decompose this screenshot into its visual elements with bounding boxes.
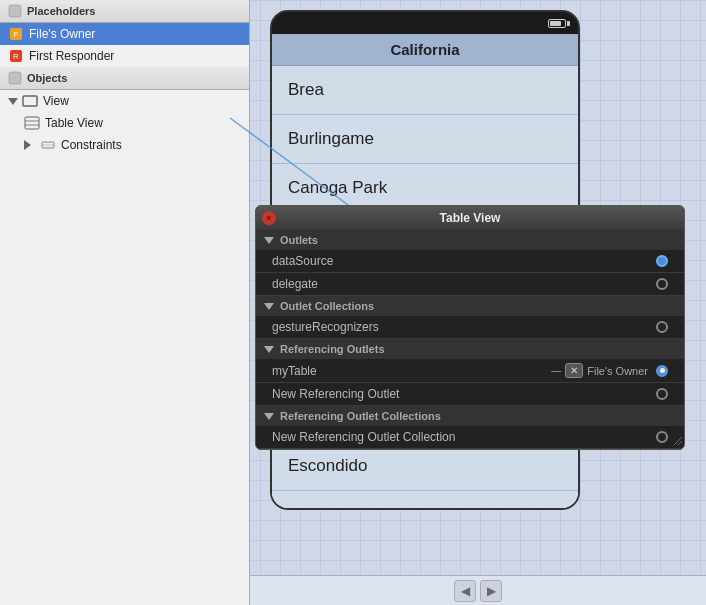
constraints-expand-icon (24, 140, 36, 150)
popup-title: Table View (440, 211, 501, 225)
svg-rect-7 (25, 117, 39, 129)
ios-nav-bar: California (272, 34, 578, 66)
files-owner-badge: ✕ (565, 363, 583, 378)
battery-indicator (548, 19, 570, 28)
ios-nav-title: California (390, 41, 459, 58)
view-label: View (43, 94, 69, 108)
new-referencing-outlet-collection-label: New Referencing Outlet Collection (272, 430, 656, 444)
svg-rect-5 (9, 72, 21, 84)
outlet-collections-section: Outlet Collections (256, 296, 684, 316)
list-item: Brea (272, 66, 578, 115)
referencing-outlets-label: Referencing Outlets (280, 343, 385, 355)
first-responder-icon: R (8, 48, 24, 64)
first-responder-item[interactable]: R First Responder (0, 45, 249, 67)
outlet-collections-triangle-icon (264, 303, 274, 310)
referencing-outlet-collections-section: Referencing Outlet Collections (256, 406, 684, 426)
files-owner-icon: F (8, 26, 24, 42)
gesture-recognizers-connector[interactable] (656, 321, 668, 333)
svg-line-13 (674, 437, 682, 445)
view-expand-icon (8, 98, 18, 105)
data-source-connector[interactable] (656, 255, 668, 267)
svg-rect-0 (9, 5, 21, 17)
table-view-label: Table View (45, 116, 103, 130)
nav-previous-icon: ◀ (461, 584, 470, 598)
constraints-label: Constraints (61, 138, 122, 152)
objects-label: Objects (27, 72, 67, 84)
nav-previous-button[interactable]: ◀ (454, 580, 476, 602)
left-panel: Placeholders F File's Owner R First Resp… (0, 0, 250, 605)
table-view-item[interactable]: Table View (0, 112, 249, 134)
files-owner-item[interactable]: F File's Owner (0, 23, 249, 45)
svg-text:R: R (13, 52, 19, 61)
list-item: Burlingame (272, 115, 578, 164)
placeholders-label: Placeholders (27, 5, 95, 17)
objects-icon (8, 71, 22, 85)
ios-status-bar (272, 12, 578, 34)
referencing-outlet-collections-label: Referencing Outlet Collections (280, 410, 441, 422)
table-view-popup: × Table View Outlets dataSource delegate… (255, 205, 685, 450)
new-referencing-outlet-collection-connector[interactable] (656, 431, 668, 443)
referencing-outlets-section: Referencing Outlets (256, 339, 684, 359)
first-responder-label: First Responder (29, 49, 114, 63)
new-referencing-outlet-row[interactable]: New Referencing Outlet (256, 383, 684, 406)
view-item[interactable]: View (0, 90, 249, 112)
constraints-item[interactable]: Constraints (0, 134, 249, 156)
new-referencing-outlet-collection-row[interactable]: New Referencing Outlet Collection (256, 426, 684, 449)
placeholders-section-header: Placeholders (0, 0, 249, 23)
new-referencing-outlet-connector[interactable] (656, 388, 668, 400)
placeholders-icon (8, 4, 22, 18)
popup-title-bar: × Table View (256, 206, 684, 230)
outlets-section: Outlets (256, 230, 684, 250)
data-source-label: dataSource (272, 254, 656, 268)
referencing-outlets-triangle-icon (264, 346, 274, 353)
objects-section-header: Objects (0, 67, 249, 90)
my-table-value: — ✕ File's Owner (551, 363, 648, 378)
outlets-triangle-icon (264, 237, 274, 244)
view-icon (22, 93, 38, 109)
popup-close-button[interactable]: × (262, 211, 276, 225)
data-source-row[interactable]: dataSource (256, 250, 684, 273)
delegate-connector[interactable] (656, 278, 668, 290)
gesture-recognizers-label: gestureRecognizers (272, 320, 656, 334)
files-owner-label: File's Owner (29, 27, 95, 41)
outlet-collections-label: Outlet Collections (280, 300, 374, 312)
svg-text:F: F (14, 30, 19, 39)
nav-next-button[interactable]: ▶ (480, 580, 502, 602)
my-table-row[interactable]: myTable — ✕ File's Owner (256, 359, 684, 383)
svg-line-14 (678, 441, 682, 445)
my-table-label: myTable (272, 364, 551, 378)
nav-next-icon: ▶ (487, 584, 496, 598)
bottom-nav: ◀ ▶ (250, 575, 706, 605)
my-table-connector[interactable] (656, 365, 668, 377)
delegate-label: delegate (272, 277, 656, 291)
popup-resize-handle[interactable] (672, 434, 682, 444)
close-icon: × (266, 213, 271, 223)
delegate-row[interactable]: delegate (256, 273, 684, 296)
files-owner-ref-label: File's Owner (587, 365, 648, 377)
outlets-label: Outlets (280, 234, 318, 246)
referencing-outlet-collections-triangle-icon (264, 413, 274, 420)
constraints-icon (40, 137, 56, 153)
svg-rect-6 (23, 96, 37, 106)
new-referencing-outlet-label: New Referencing Outlet (272, 387, 656, 401)
table-view-icon (24, 115, 40, 131)
gesture-recognizers-row[interactable]: gestureRecognizers (256, 316, 684, 339)
list-item: Fresno (272, 491, 578, 510)
